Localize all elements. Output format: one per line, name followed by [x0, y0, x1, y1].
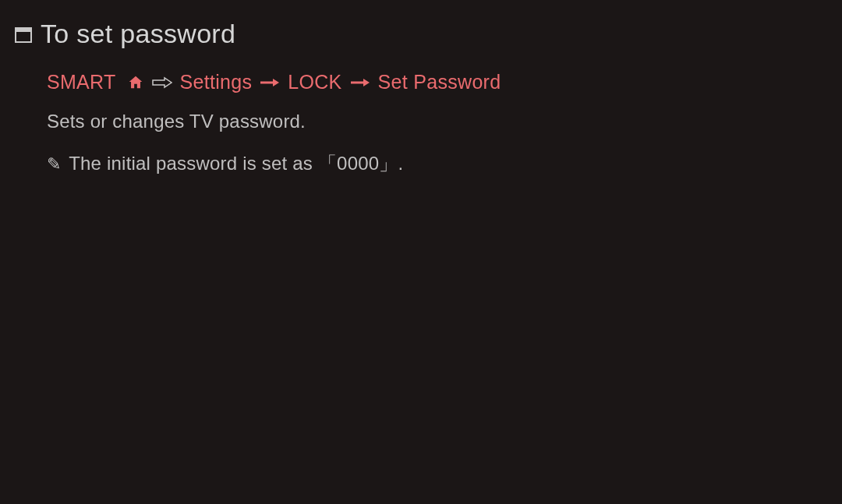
note-text: The initial password is set as 「0000」. — [69, 151, 403, 176]
breadcrumb-lock: LOCK — [288, 71, 341, 93]
note-prefix: The initial password is set as — [69, 153, 318, 174]
breadcrumb-set-password: Set Password — [378, 71, 501, 93]
breadcrumb-settings: Settings — [180, 71, 253, 93]
svg-rect-1 — [16, 28, 31, 32]
page-title: To set password — [41, 19, 235, 49]
note-value: 0000 — [337, 153, 379, 174]
section-bullet-icon — [14, 26, 33, 44]
breadcrumb: SMART Settings LOCK — [47, 71, 826, 93]
arrow-icon — [152, 76, 172, 89]
arrow-icon — [260, 77, 280, 88]
close-bracket: 」 — [379, 153, 398, 174]
home-icon — [127, 74, 144, 91]
open-bracket: 「 — [318, 153, 337, 174]
arrow-icon — [350, 77, 370, 88]
content-area: SMART Settings LOCK — [16, 71, 826, 176]
note-suffix: . — [398, 153, 403, 174]
page-container: To set password SMART Settings — [0, 0, 842, 195]
breadcrumb-smart: SMART — [47, 71, 116, 93]
note-row: ✎ The initial password is set as 「0000」. — [47, 151, 826, 176]
heading-row: To set password — [16, 19, 826, 49]
description-text: Sets or changes TV password. — [47, 111, 826, 132]
note-icon: ✎ — [47, 156, 61, 173]
